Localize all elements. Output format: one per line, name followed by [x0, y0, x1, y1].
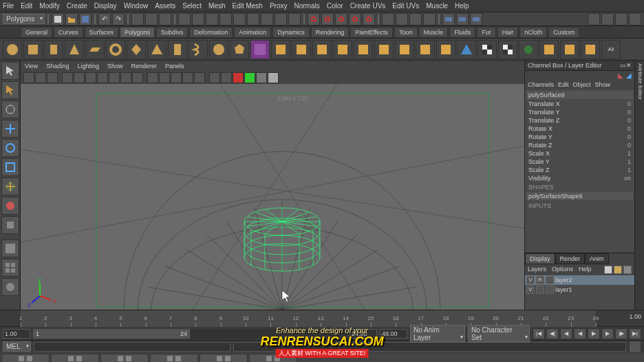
menu-muscle[interactable]: Muscle — [426, 2, 448, 10]
poly-soccer-icon[interactable] — [209, 40, 228, 59]
history-icon[interactable] — [396, 13, 408, 25]
goto-start-icon[interactable]: |◀ — [533, 328, 545, 339]
step-back-key-icon[interactable]: ◀| — [546, 328, 559, 339]
menu-proxy[interactable]: Proxy — [270, 2, 288, 10]
layout-icon[interactable] — [629, 13, 641, 25]
vp-xray-icon[interactable] — [221, 72, 232, 83]
shape-name-field[interactable]: polySurfaceShape9 — [526, 192, 633, 200]
select-by-component-icon[interactable] — [159, 13, 171, 25]
menu-modify[interactable]: Modify — [39, 2, 59, 10]
vp-xray-joints-icon[interactable] — [233, 72, 244, 83]
vp-image-plane-icon[interactable] — [47, 72, 58, 83]
shelf-tab-toon[interactable]: Toon — [394, 27, 418, 38]
anim-layer-dropdown[interactable]: No Anim Layer — [410, 325, 465, 343]
soft-mod-icon[interactable] — [1, 197, 19, 215]
current-time-field[interactable]: 1.00 — [629, 313, 641, 320]
layout-pref-icon[interactable] — [1, 278, 19, 296]
quick-layout-icon[interactable] — [100, 354, 149, 362]
manip-speed-icon[interactable]: ◢ — [626, 72, 632, 79]
range-end-inner[interactable]: 24 — [180, 330, 187, 337]
select-tool-icon[interactable] — [1, 62, 19, 80]
poly-pyramid-icon[interactable] — [147, 40, 167, 59]
quick-layout-icon[interactable] — [51, 354, 99, 362]
vp-exposure-icon[interactable] — [256, 72, 267, 83]
undo-icon[interactable]: ↶ — [98, 13, 111, 25]
mask-icon[interactable] — [233, 13, 246, 25]
vp-isolate-icon[interactable] — [209, 72, 220, 83]
vp-gate-mask-icon[interactable] — [97, 72, 108, 83]
shelf-tab-fluids[interactable]: Fluids — [449, 27, 475, 38]
vp-safe-title-icon[interactable] — [132, 72, 143, 83]
show-manip-icon[interactable] — [1, 216, 19, 234]
layout-icon[interactable] — [615, 13, 627, 25]
poly-tool-icon[interactable] — [436, 40, 455, 59]
mask-icon[interactable] — [261, 13, 273, 25]
quick-layout-icon[interactable] — [1, 354, 50, 362]
layer-tab-display[interactable]: Display — [525, 253, 555, 264]
vp-menu-renderer[interactable]: Renderer — [131, 63, 157, 70]
new-scene-icon[interactable] — [52, 13, 64, 25]
layer-tab-render[interactable]: Render — [555, 253, 586, 264]
shelf-all-icon[interactable]: All — [601, 40, 621, 59]
poly-tool-icon[interactable] — [416, 40, 435, 59]
mask-icon[interactable] — [192, 13, 204, 25]
shelf-tab-animation[interactable]: Animation — [234, 27, 271, 38]
poly-cone-icon[interactable] — [65, 40, 84, 59]
poly-tool-icon[interactable] — [333, 40, 352, 59]
shelf-tab-muscle[interactable]: Muscle — [419, 27, 449, 38]
layer-row[interactable]: V layer1 — [525, 285, 634, 295]
attr-value[interactable]: 0 — [627, 141, 631, 149]
attr-label[interactable]: Scale X — [528, 149, 550, 158]
scale-tool-icon[interactable] — [1, 158, 19, 176]
poly-cylinder-icon[interactable] — [44, 40, 63, 59]
ipr-render-icon[interactable] — [456, 13, 469, 25]
attr-value[interactable]: 1 — [627, 158, 631, 166]
menu-file[interactable]: File — [3, 2, 14, 10]
quick-layout-icon[interactable] — [249, 354, 297, 362]
vp-shadow-icon[interactable] — [194, 72, 205, 83]
attr-label[interactable]: Translate Y — [528, 108, 560, 116]
poly-tool-icon[interactable] — [477, 40, 497, 59]
menu-display[interactable]: Display — [94, 2, 117, 10]
new-layer-assign-icon[interactable] — [614, 266, 622, 274]
menu-mesh[interactable]: Mesh — [208, 2, 225, 10]
attr-value[interactable]: 0 — [627, 100, 631, 108]
step-forward-icon[interactable]: ▶ — [601, 328, 614, 339]
command-input[interactable] — [34, 342, 230, 352]
shelf-tab-subdivs[interactable]: Subdivs — [156, 27, 188, 38]
manip-speed-icon[interactable]: ◣ — [618, 72, 623, 79]
attr-value[interactable]: 1 — [627, 166, 631, 174]
shelf-tab-dynamics[interactable]: Dynamics — [272, 27, 310, 38]
paint-select-tool-icon[interactable] — [1, 100, 19, 118]
poly-pipe-icon[interactable] — [168, 40, 187, 59]
poly-tool-icon[interactable] — [560, 40, 579, 59]
poly-tool-icon[interactable] — [539, 40, 559, 59]
poly-plane-icon[interactable] — [85, 40, 105, 59]
menu-color[interactable]: Color — [327, 2, 343, 10]
attr-value[interactable]: 0 — [627, 125, 631, 133]
menu-edit[interactable]: Edit — [21, 2, 32, 10]
range-end-outer[interactable] — [350, 329, 377, 339]
mask-icon[interactable] — [247, 13, 259, 25]
snap-point-icon[interactable] — [335, 13, 347, 25]
poly-tool-icon[interactable] — [312, 40, 332, 59]
poly-platonic-icon[interactable] — [230, 40, 249, 59]
vp-res-gate-icon[interactable] — [85, 72, 96, 83]
vp-camera-icon[interactable] — [23, 72, 34, 83]
mask-icon[interactable] — [219, 13, 232, 25]
shelf-tab-fur[interactable]: Fur — [477, 27, 496, 38]
save-scene-icon[interactable] — [79, 13, 92, 25]
menu-editmesh[interactable]: Edit Mesh — [232, 2, 262, 10]
shelf-tab-rendering[interactable]: Rendering — [311, 27, 350, 38]
universal-manip-icon[interactable] — [1, 178, 19, 195]
shelf-tab-surfaces[interactable]: Surfaces — [85, 27, 119, 38]
layer-type-toggle[interactable]: R — [536, 276, 544, 284]
poly-sphere-icon[interactable] — [3, 40, 22, 59]
range-start-outer[interactable] — [3, 329, 30, 339]
poly-type-icon[interactable] — [250, 40, 270, 59]
attr-label[interactable]: Visibility — [528, 174, 550, 182]
vp-bookmark-icon[interactable] — [35, 72, 46, 83]
vp-shaded-icon[interactable] — [159, 72, 170, 83]
snap-grid-icon[interactable] — [308, 13, 320, 25]
attr-label[interactable]: Scale Y — [528, 158, 550, 166]
